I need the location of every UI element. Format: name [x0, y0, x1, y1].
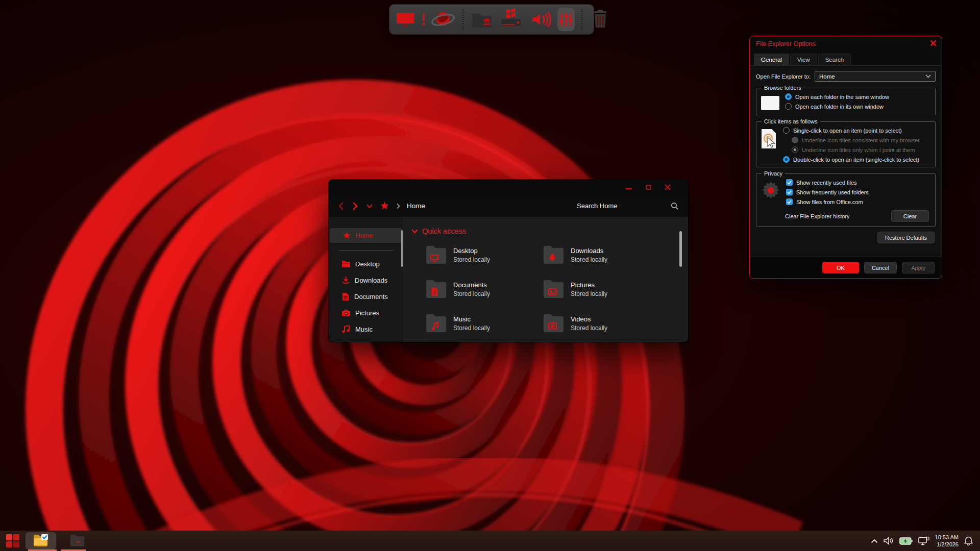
- dialog-close-icon[interactable]: [930, 39, 937, 48]
- taskbar-clock[interactable]: 10:53 AM 1/2/2026: [935, 534, 959, 548]
- sidebar-item-documents[interactable]: Documents: [329, 288, 403, 305]
- quick-access-grid: DesktopStored locally DownloadsStored lo…: [425, 244, 688, 334]
- mixer-icon[interactable]: [557, 8, 575, 31]
- radio-label: Open each folder in the same window: [795, 94, 889, 100]
- minimize-button[interactable]: [626, 184, 632, 190]
- dialog-general-page: Open File Explorer to: Home Browse folde…: [750, 65, 942, 257]
- radio-underline-point: Underline icon titles only when I point …: [792, 146, 920, 153]
- battery-charging-icon[interactable]: [899, 537, 913, 545]
- folder-tile-pictures[interactable]: PicturesStored locally: [542, 279, 659, 300]
- chevron-down-icon: [925, 74, 931, 78]
- radio-unchecked-icon: [783, 127, 790, 134]
- folder-tile-downloads[interactable]: DownloadsStored locally: [542, 244, 659, 266]
- breadcrumb[interactable]: Home: [407, 202, 425, 210]
- clear-history-label: Clear File Explorer history: [785, 213, 850, 219]
- radio-unchecked-icon: [785, 103, 792, 110]
- radio-underline-consistent: Underline icon titles consistent with my…: [792, 137, 920, 143]
- folder-tile-videos[interactable]: VideosStored locally: [542, 313, 659, 334]
- breadcrumb-separator-icon: [396, 203, 400, 209]
- music-icon: [342, 325, 350, 333]
- folder-tile-desktop[interactable]: DesktopStored locally: [425, 244, 542, 266]
- globe-icon[interactable]: [430, 9, 456, 30]
- checkbox-checked-icon: [786, 198, 793, 205]
- radio-disabled-selected-icon: [792, 146, 798, 153]
- item-status: Stored locally: [453, 324, 490, 332]
- library-folder-icon[interactable]: [470, 10, 494, 29]
- speaker-icon[interactable]: [528, 10, 553, 29]
- open-to-dropdown[interactable]: Home: [815, 71, 936, 82]
- restore-defaults-button[interactable]: Restore Defaults: [877, 232, 935, 243]
- item-name: Documents: [453, 281, 490, 289]
- system-drive-icon[interactable]: [498, 9, 524, 30]
- sidebar-item-downloads[interactable]: Downloads: [329, 272, 403, 288]
- item-name: Videos: [571, 315, 607, 323]
- tab-general[interactable]: General: [754, 54, 789, 65]
- folder-tile-documents[interactable]: DocumentsStored locally: [425, 279, 542, 300]
- cancel-button[interactable]: Cancel: [864, 262, 897, 273]
- back-icon[interactable]: [337, 202, 345, 211]
- ok-button[interactable]: OK: [822, 262, 859, 273]
- item-status: Stored locally: [571, 290, 607, 297]
- home-pin-icon: [380, 202, 389, 210]
- folder-window-icon: [761, 95, 780, 111]
- checkbox-recent-files[interactable]: Show recently used files: [786, 179, 869, 186]
- volume-icon[interactable]: [884, 537, 894, 545]
- checkbox-frequent-folders[interactable]: Show frequently used folders: [786, 189, 869, 195]
- quick-access-header[interactable]: Quick access: [411, 227, 688, 235]
- sidebar-item-pictures[interactable]: Pictures: [329, 305, 403, 321]
- forward-icon[interactable]: [352, 202, 359, 211]
- sidebar-scrollbar[interactable]: [401, 230, 403, 267]
- sidebar-item-label: Music: [355, 325, 373, 333]
- open-to-value: Home: [819, 73, 835, 80]
- checkbox-office-files[interactable]: Show files from Office.com: [786, 198, 869, 205]
- display-icon[interactable]: [395, 10, 417, 29]
- file-explorer-icon: [33, 534, 48, 547]
- search-icon[interactable]: [671, 202, 679, 210]
- sidebar-item-desktop[interactable]: Desktop: [329, 256, 403, 272]
- radio-label: Underline icon titles consistent with my…: [802, 137, 920, 143]
- tray-chevron-up-icon[interactable]: [871, 539, 878, 543]
- sidebar-item-music[interactable]: Music: [329, 321, 403, 337]
- taskbar: 10:53 AM 1/2/2026: [0, 531, 980, 551]
- single-click-pointer-icon: [761, 128, 778, 151]
- notifications-bell-icon[interactable]: [964, 536, 973, 545]
- network-display-icon[interactable]: [918, 537, 929, 545]
- start-button[interactable]: [6, 534, 19, 547]
- folder-pictures-icon: [542, 279, 567, 300]
- document-icon: [342, 293, 349, 300]
- chevron-down-icon: [411, 229, 418, 234]
- sidebar-item-home[interactable]: Home: [330, 228, 402, 243]
- tab-search[interactable]: Search: [818, 54, 851, 65]
- taskbar-file-explorer-button[interactable]: [26, 532, 56, 549]
- close-button[interactable]: [665, 184, 671, 190]
- explorer-sidebar: Home Desktop Downloads Documents Picture…: [329, 217, 403, 342]
- quick-access-label: Quick access: [422, 227, 466, 235]
- apply-button[interactable]: Apply: [902, 262, 935, 273]
- item-name: Downloads: [571, 247, 607, 255]
- radio-own-window[interactable]: Open each folder in its own window: [785, 103, 889, 110]
- folder-downloads-icon: [542, 244, 567, 266]
- floating-toolbar: [389, 4, 594, 35]
- radio-double-click[interactable]: Double-click to open an item (single-cli…: [783, 156, 920, 163]
- maximize-button[interactable]: [645, 184, 651, 190]
- dialog-tabs: General View Search: [750, 49, 942, 65]
- folder-tile-music[interactable]: MusicStored locally: [425, 313, 542, 334]
- search-box[interactable]: Search Home: [577, 202, 679, 210]
- system-tray: 10:53 AM 1/2/2026: [871, 534, 980, 548]
- recent-locations-icon[interactable]: [366, 204, 373, 209]
- dialog-titlebar: File Explorer Options: [750, 36, 942, 49]
- taskbar-folder-button[interactable]: [62, 532, 93, 549]
- clear-button[interactable]: Clear: [891, 210, 929, 222]
- checkbox-label: Show files from Office.com: [796, 199, 863, 205]
- content-scrollbar[interactable]: [679, 231, 682, 267]
- radio-checked-icon: [783, 156, 790, 163]
- open-to-label: Open File Explorer to:: [756, 73, 811, 80]
- search-input[interactable]: Search Home: [577, 202, 617, 210]
- tab-view[interactable]: View: [790, 54, 817, 65]
- radio-label: Open each folder in its own window: [795, 104, 884, 110]
- windows-logo-icon: [6, 534, 19, 547]
- radio-single-click[interactable]: Single-click to open an item (point to s…: [783, 127, 920, 134]
- privacy-gear-icon: [761, 180, 781, 201]
- radio-same-window[interactable]: Open each folder in the same window: [785, 93, 889, 100]
- trash-icon[interactable]: [589, 9, 611, 30]
